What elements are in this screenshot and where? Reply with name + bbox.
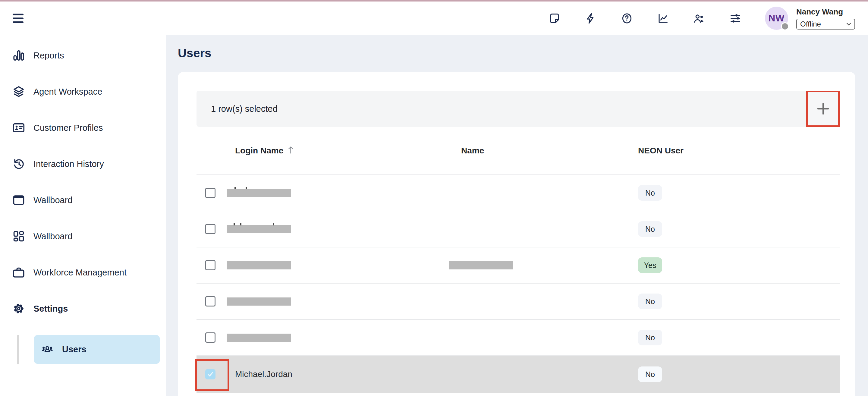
sidebar-item-label: Reports: [33, 51, 64, 61]
dashboard-grid-icon: [12, 230, 25, 243]
neon-user-badge: No: [638, 185, 662, 201]
selection-toolbar: 1 row(s) selected: [196, 91, 840, 127]
sidebar-item-workforce-management[interactable]: Workforce Management: [0, 254, 166, 291]
avatar[interactable]: NW: [765, 7, 788, 30]
user-group-icon: [41, 343, 54, 356]
topbar-icon-group: [549, 12, 741, 24]
redaction-artifact: [234, 223, 235, 225]
sidebar-item-agent-workspace[interactable]: Agent Workspace: [0, 73, 166, 110]
redacted-login-name: [227, 261, 291, 269]
table-header-row: Login Name Name NEON User: [196, 127, 840, 175]
selected-row-checkbox[interactable]: [205, 369, 216, 379]
row-checkbox[interactable]: [205, 332, 216, 343]
table-toolbar: 1 row(s) selected: [196, 91, 840, 127]
column-header-login-name[interactable]: Login Name: [227, 146, 449, 155]
page-title: Users: [178, 47, 855, 60]
redaction-artifact: [273, 223, 274, 225]
column-header-neon-user[interactable]: NEON User: [638, 146, 840, 155]
sidebar-item-wallboard-2[interactable]: Wallboard: [0, 218, 166, 254]
login-name-cell: Michael.Jordan: [227, 369, 292, 379]
main-content: Users 1 row(s) selected Login Name: [166, 35, 868, 396]
column-header-name[interactable]: Name: [449, 146, 638, 155]
selection-count-text: 1 row(s) selected: [211, 104, 278, 114]
row-checkbox[interactable]: [205, 296, 216, 306]
sidebar-item-users[interactable]: Users: [34, 335, 160, 364]
sidebar-item-wallboard-1[interactable]: Wallboard: [0, 182, 166, 218]
hamburger-icon: [12, 13, 24, 24]
table-row[interactable]: No: [196, 211, 840, 247]
users-table: Login Name Name NEON User: [196, 127, 840, 393]
table-row[interactable]: No: [196, 283, 840, 320]
table-row-selected[interactable]: Michael.Jordan No: [196, 356, 840, 393]
status-value: Offline: [800, 20, 821, 28]
topbar-right-cluster: NW Nancy Wang Offline: [549, 1, 855, 35]
sidebar-item-label: Agent Workspace: [33, 87, 102, 97]
row-checkbox[interactable]: [205, 188, 216, 198]
sidebar-item-label: Settings: [33, 304, 68, 314]
browser-window-icon: [12, 193, 25, 207]
redaction-artifact: [246, 187, 247, 189]
sidebar-item-label: Wallboard: [33, 195, 72, 205]
chevron-down-icon: [846, 23, 851, 26]
table-row[interactable]: Yes: [196, 247, 840, 283]
settings-submenu: Users: [0, 335, 166, 364]
contact-card-icon: [12, 121, 25, 134]
neon-user-badge: No: [638, 221, 662, 237]
submenu-indent-line: [17, 335, 19, 364]
tune-icon[interactable]: [730, 12, 741, 24]
redaction-artifact: [235, 187, 236, 189]
sidebar-item-label: Interaction History: [33, 159, 104, 169]
user-name: Nancy Wang: [796, 7, 855, 17]
flash-icon[interactable]: [585, 12, 597, 24]
sidebar-item-label: Users: [62, 344, 87, 355]
app-window: NW Nancy Wang Offline: [0, 0, 868, 396]
sidebar-item-reports[interactable]: Reports: [0, 37, 166, 73]
sidebar-item-settings[interactable]: Settings: [0, 291, 166, 327]
neon-user-badge: Yes: [638, 257, 662, 273]
table-row[interactable]: No: [196, 175, 840, 211]
sidebar-item-label: Customer Profiles: [33, 123, 103, 133]
sidebar-item-customer-profiles[interactable]: Customer Profiles: [0, 110, 166, 146]
check-icon: [206, 370, 215, 379]
users-card: 1 row(s) selected Login Name: [178, 72, 855, 396]
layers-icon: [12, 85, 25, 98]
redacted-login-name: [227, 189, 291, 197]
redacted-login-name: [227, 225, 291, 233]
table-row[interactable]: No: [196, 320, 840, 356]
add-user-button[interactable]: [806, 91, 840, 127]
plus-icon: [816, 102, 830, 116]
sidebar-item-label: Wallboard: [33, 232, 72, 241]
neon-user-badge: No: [638, 294, 662, 309]
neon-user-badge: No: [638, 330, 662, 345]
notes-icon[interactable]: [549, 12, 561, 24]
presence-dot: [781, 22, 789, 30]
neon-user-badge: No: [638, 366, 662, 382]
hamburger-menu-button[interactable]: [12, 13, 24, 24]
sidebar: Reports Agent Workspace: [0, 35, 166, 396]
sidebar-item-label: Workforce Management: [33, 268, 127, 278]
topbar: NW Nancy Wang Offline: [0, 1, 868, 35]
sort-ascending-icon: [287, 146, 294, 154]
sidebar-item-interaction-history[interactable]: Interaction History: [0, 146, 166, 182]
status-select[interactable]: Offline: [796, 19, 855, 30]
help-icon[interactable]: [621, 12, 633, 24]
redacted-name: [449, 261, 513, 269]
briefcase-icon: [12, 266, 25, 279]
redacted-login-name: [227, 334, 291, 342]
redacted-login-name: [227, 298, 291, 306]
redaction-artifact: [240, 223, 241, 225]
history-icon: [12, 157, 25, 171]
gear-icon: [12, 302, 25, 315]
analytics-icon[interactable]: [657, 12, 669, 24]
people-icon[interactable]: [693, 12, 705, 24]
bar-chart-icon: [12, 49, 25, 62]
user-info: Nancy Wang Offline: [796, 7, 855, 30]
row-checkbox[interactable]: [205, 224, 216, 234]
row-checkbox[interactable]: [205, 260, 216, 270]
